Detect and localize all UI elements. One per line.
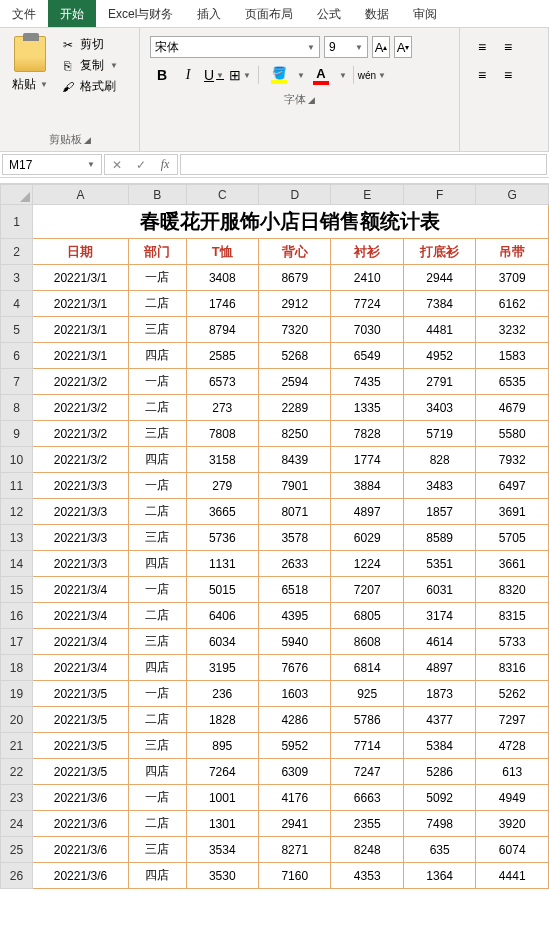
align-center-button[interactable]: ≡	[496, 64, 520, 86]
table-cell[interactable]: 7724	[331, 291, 403, 317]
table-cell[interactable]: 7247	[331, 759, 403, 785]
formula-input[interactable]	[180, 154, 547, 175]
table-cell[interactable]: 7435	[331, 369, 403, 395]
copy-button[interactable]: ⎘ 复制▼	[60, 57, 118, 74]
table-cell[interactable]: 2355	[331, 811, 403, 837]
table-cell[interactable]: 4176	[258, 785, 330, 811]
table-cell[interactable]: 20221/3/6	[32, 863, 128, 889]
table-cell[interactable]: 8608	[331, 629, 403, 655]
table-cell[interactable]: 3403	[403, 395, 475, 421]
row-header-10[interactable]: 10	[1, 447, 33, 473]
row-header-16[interactable]: 16	[1, 603, 33, 629]
sheet-title-cell[interactable]: 春暖花开服饰小店日销售额统计表	[32, 205, 548, 239]
table-cell[interactable]: 3195	[186, 655, 258, 681]
table-cell[interactable]: 8320	[476, 577, 549, 603]
row-header-7[interactable]: 7	[1, 369, 33, 395]
border-button[interactable]: ⊞▼	[228, 64, 252, 86]
table-cell[interactable]: 8071	[258, 499, 330, 525]
table-cell[interactable]: 20221/3/2	[32, 421, 128, 447]
row-header-13[interactable]: 13	[1, 525, 33, 551]
paste-button[interactable]: 粘贴▼	[6, 32, 54, 97]
table-header[interactable]: 吊带	[476, 239, 549, 265]
col-header-B[interactable]: B	[128, 185, 186, 205]
table-cell[interactable]: 三店	[128, 525, 186, 551]
table-cell[interactable]: 5384	[403, 733, 475, 759]
table-cell[interactable]: 8315	[476, 603, 549, 629]
table-cell[interactable]: 1603	[258, 681, 330, 707]
decrease-font-button[interactable]: A▾	[394, 36, 412, 58]
col-header-D[interactable]: D	[258, 185, 330, 205]
table-cell[interactable]: 一店	[128, 785, 186, 811]
table-cell[interactable]: 279	[186, 473, 258, 499]
table-cell[interactable]: 7384	[403, 291, 475, 317]
fill-color-button[interactable]: 🪣	[265, 64, 293, 86]
row-header-21[interactable]: 21	[1, 733, 33, 759]
table-cell[interactable]: 20221/3/5	[32, 707, 128, 733]
table-cell[interactable]: 3158	[186, 447, 258, 473]
table-cell[interactable]: 二店	[128, 499, 186, 525]
table-header[interactable]: 背心	[258, 239, 330, 265]
col-header-G[interactable]: G	[476, 185, 549, 205]
tab-数据[interactable]: 数据	[353, 0, 401, 27]
table-cell[interactable]: 8271	[258, 837, 330, 863]
table-cell[interactable]: 2944	[403, 265, 475, 291]
table-cell[interactable]: 4395	[258, 603, 330, 629]
table-cell[interactable]: 2791	[403, 369, 475, 395]
table-cell[interactable]: 7714	[331, 733, 403, 759]
table-cell[interactable]: 5940	[258, 629, 330, 655]
table-cell[interactable]: 7207	[331, 577, 403, 603]
table-cell[interactable]: 5015	[186, 577, 258, 603]
row-header-22[interactable]: 22	[1, 759, 33, 785]
table-cell[interactable]: 20221/3/5	[32, 681, 128, 707]
table-cell[interactable]: 4952	[403, 343, 475, 369]
table-cell[interactable]: 3408	[186, 265, 258, 291]
table-cell[interactable]: 8248	[331, 837, 403, 863]
select-all-corner[interactable]	[1, 185, 33, 205]
table-cell[interactable]: 20221/3/6	[32, 837, 128, 863]
table-header[interactable]: 衬衫	[331, 239, 403, 265]
cancel-formula-button[interactable]: ✕	[105, 155, 129, 174]
table-cell[interactable]: 1774	[331, 447, 403, 473]
table-header[interactable]: T恤	[186, 239, 258, 265]
table-cell[interactable]: 二店	[128, 811, 186, 837]
table-cell[interactable]: 6535	[476, 369, 549, 395]
table-cell[interactable]: 1001	[186, 785, 258, 811]
table-cell[interactable]: 20221/3/1	[32, 343, 128, 369]
table-cell[interactable]: 2912	[258, 291, 330, 317]
row-header-20[interactable]: 20	[1, 707, 33, 733]
dialog-launcher-icon[interactable]: ◢	[84, 135, 91, 145]
row-header-25[interactable]: 25	[1, 837, 33, 863]
table-cell[interactable]: 5580	[476, 421, 549, 447]
table-cell[interactable]: 20221/3/3	[32, 499, 128, 525]
table-cell[interactable]: 7676	[258, 655, 330, 681]
table-cell[interactable]: 6029	[331, 525, 403, 551]
tab-公式[interactable]: 公式	[305, 0, 353, 27]
align-middle-button[interactable]: ≡	[496, 36, 520, 58]
table-cell[interactable]: 273	[186, 395, 258, 421]
table-cell[interactable]: 7297	[476, 707, 549, 733]
table-cell[interactable]: 20221/3/2	[32, 447, 128, 473]
table-header[interactable]: 部门	[128, 239, 186, 265]
table-cell[interactable]: 6162	[476, 291, 549, 317]
table-cell[interactable]: 5092	[403, 785, 475, 811]
table-cell[interactable]: 6074	[476, 837, 549, 863]
table-cell[interactable]: 三店	[128, 421, 186, 447]
table-cell[interactable]: 3174	[403, 603, 475, 629]
table-cell[interactable]: 1224	[331, 551, 403, 577]
row-header-23[interactable]: 23	[1, 785, 33, 811]
format-painter-button[interactable]: 🖌 格式刷	[60, 78, 118, 95]
table-cell[interactable]: 20221/3/4	[32, 655, 128, 681]
table-cell[interactable]: 1857	[403, 499, 475, 525]
table-cell[interactable]: 20221/3/3	[32, 473, 128, 499]
table-cell[interactable]: 4728	[476, 733, 549, 759]
table-cell[interactable]: 3920	[476, 811, 549, 837]
table-cell[interactable]: 925	[331, 681, 403, 707]
table-cell[interactable]: 三店	[128, 733, 186, 759]
table-cell[interactable]: 4481	[403, 317, 475, 343]
table-cell[interactable]: 3232	[476, 317, 549, 343]
table-cell[interactable]: 四店	[128, 759, 186, 785]
table-cell[interactable]: 236	[186, 681, 258, 707]
table-cell[interactable]: 6518	[258, 577, 330, 603]
col-header-F[interactable]: F	[403, 185, 475, 205]
table-cell[interactable]: 8250	[258, 421, 330, 447]
